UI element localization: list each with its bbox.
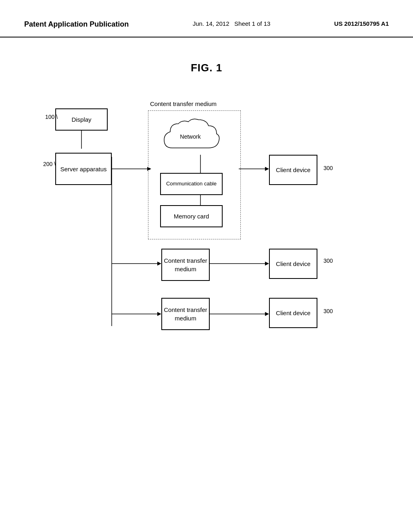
svg-text:Network: Network <box>180 133 201 140</box>
client-device-3-label: Client device <box>276 309 311 317</box>
comm-cable-box: Communication cable <box>160 173 223 195</box>
patent-number: US 2012/150795 A1 <box>334 20 389 27</box>
ref-200: 200 \ <box>43 161 56 167</box>
header: Patent Application Publication Jun. 14, … <box>0 0 413 37</box>
ctm-box2-label: Content transfer medium <box>162 256 209 273</box>
client-device-1-box: Client device <box>269 155 317 185</box>
display-box: Display <box>55 108 108 131</box>
ref-300c: 300 <box>323 308 333 314</box>
svg-marker-8 <box>265 167 269 171</box>
ctm-region-label: Content transfer medium <box>150 100 217 107</box>
svg-marker-15 <box>157 312 161 316</box>
ref-100: 100 \ <box>45 114 58 120</box>
cloud-svg: Network <box>160 118 225 156</box>
client-device-2-box: Client device <box>269 249 317 279</box>
publication-label: Patent Application Publication <box>24 20 129 29</box>
ctm-box3-label: Content transfer medium <box>162 305 209 322</box>
ref-300b-value: 300 <box>323 258 333 264</box>
comm-cable-label: Communication cable <box>166 180 217 187</box>
diagram: Content transfer medium Display 100 \ Se… <box>41 90 372 380</box>
memory-card-label: Memory card <box>174 212 209 220</box>
sheet-info: Jun. 14, 2012 Sheet 1 of 13 <box>193 20 271 27</box>
network-cloud: Network <box>158 116 227 157</box>
ref-200-value: 200 <box>43 161 52 167</box>
ref-300a: 300 <box>323 165 333 171</box>
ctm-box3: Content transfer medium <box>161 298 210 330</box>
client-device-2-label: Client device <box>276 260 311 268</box>
page: Patent Application Publication Jun. 14, … <box>0 0 413 532</box>
svg-marker-12 <box>265 312 269 316</box>
memory-card-box: Memory card <box>160 205 223 227</box>
ref-300b: 300 <box>323 258 333 264</box>
ref-100-value: 100 <box>45 114 54 120</box>
client-device-1-label: Client device <box>276 166 311 174</box>
ctm-box2: Content transfer medium <box>161 249 210 281</box>
svg-marker-14 <box>157 262 161 266</box>
client-device-3-box: Client device <box>269 298 317 328</box>
display-label: Display <box>71 115 91 124</box>
ref-300c-value: 300 <box>323 308 333 314</box>
server-label: Server apparatus <box>60 165 106 173</box>
figure-title: FIG. 1 <box>0 62 413 74</box>
date-label: Jun. 14, 2012 <box>193 20 229 27</box>
ref-300a-value: 300 <box>323 165 333 171</box>
server-box: Server apparatus <box>55 153 112 185</box>
svg-marker-10 <box>265 262 269 266</box>
sheet-label: Sheet 1 of 13 <box>234 20 270 27</box>
